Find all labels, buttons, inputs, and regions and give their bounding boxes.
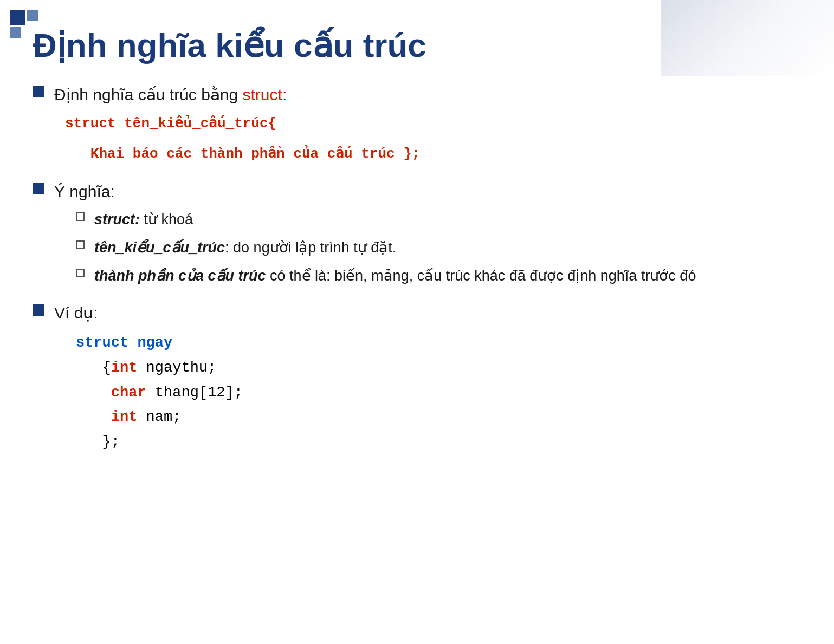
sub-bullets-2: struct: từ khoá tên_kiểu_cấu_trúc: do ng…: [76, 210, 812, 286]
code-line-2: Khai báo các thành phần của cấu trúc };: [65, 143, 812, 166]
ex-char-keyword: char: [111, 385, 146, 401]
bullet-section-3: Ví dụ: struct ngay {int ngaythu; char th…: [33, 302, 812, 455]
ex-brace-open: {: [76, 360, 111, 376]
code-line-1: struct tên_kiểu_cấu_trúc{: [65, 113, 812, 135]
sub-bullet-2-1: struct: từ khoá: [76, 210, 812, 230]
bullet-2-text: Ý nghĩa:: [54, 180, 115, 203]
code-struct-keyword: struct: [65, 115, 116, 132]
ex-brace-close: };: [76, 434, 120, 450]
meaning-name-bold: tên_kiểu_cấu_trúc: [94, 239, 225, 256]
bullet-1-text: Định nghĩa cấu trúc bằng struct:: [54, 83, 287, 106]
sub-bullet-2-3: thành phần của cấu trúc có thể là: biến,…: [76, 266, 812, 287]
bullet-1-text-before: Định nghĩa cấu trúc bằng: [54, 86, 243, 103]
ex-int-1: int: [111, 360, 138, 376]
ex-struct-keyword: struct: [76, 335, 128, 351]
bullet-icon-3: [33, 304, 44, 316]
main-bullet-3: Ví dụ:: [33, 302, 812, 324]
sub-bullet-text-2-1: struct: từ khoá: [94, 210, 193, 230]
sub-bullet-2-2: tên_kiểu_cấu_trúc: do người lập trình tự…: [76, 238, 812, 258]
meaning-struct-bold: struct:: [94, 211, 140, 227]
meaning-struct-normal: từ khoá: [140, 211, 193, 227]
ex-int-indent: [76, 409, 111, 425]
sub-bullet-icon-2-1: [76, 212, 85, 221]
ex-thang: thang[12];: [146, 385, 243, 401]
sub-bullet-icon-2-3: [76, 269, 85, 277]
dark-blue-square-1: [10, 10, 25, 25]
code-struct-body: Khai báo các thành phần của cấu trúc };: [65, 146, 420, 162]
bullet-icon-2: [33, 183, 44, 194]
ex-char-indent: [76, 385, 111, 401]
sub-bullet-text-2-3: thành phần của cấu trúc có thể là: biến,…: [94, 266, 696, 287]
code-blank-line: [65, 135, 812, 143]
example-line-1: struct ngay: [76, 331, 812, 356]
example-line-3: char thang[12];: [76, 381, 812, 406]
bullet-section-2: Ý nghĩa: struct: từ khoá tên_kiểu_cấu_tr…: [33, 180, 812, 286]
bullet-icon-1: [33, 86, 44, 97]
meaning-parts-normal: có thể là: biến, mảng, cấu trúc khác đã …: [266, 268, 696, 284]
example-code-block: struct ngay {int ngaythu; char thang[12]…: [76, 331, 812, 455]
code-block-1: struct tên_kiểu_cấu_trúc{ Khai báo các t…: [65, 113, 812, 165]
main-bullet-1: Định nghĩa cấu trúc bằng struct:: [33, 83, 812, 106]
slide-title: Định nghĩa kiểu cấu trúc: [33, 27, 812, 64]
ex-struct-name: ngay: [137, 335, 172, 351]
bullet-section-1: Định nghĩa cấu trúc bằng struct: struct …: [33, 83, 812, 165]
ex-int-2: int: [111, 409, 138, 425]
main-bullet-2: Ý nghĩa:: [33, 180, 812, 203]
meaning-name-normal: : do người lập trình tự đặt.: [225, 239, 396, 256]
bullet-3-text: Ví dụ:: [54, 302, 98, 324]
ex-space-1: [128, 335, 137, 351]
ex-ngaythu: ngaythu;: [137, 360, 216, 376]
bullet-1-keyword: struct: [243, 86, 282, 103]
example-line-4: int nam;: [76, 405, 812, 430]
light-blue-square-2: [10, 27, 21, 38]
code-struct-name: tên_kiểu_cấu_trúc{: [124, 115, 276, 132]
meaning-parts-bold: thành phần của cấu trúc: [94, 268, 266, 284]
slide: Định nghĩa kiểu cấu trúc Định nghĩa cấu …: [0, 0, 834, 644]
light-blue-square-1: [27, 10, 38, 21]
ex-nam: nam;: [137, 409, 181, 425]
sub-bullet-text-2-2: tên_kiểu_cấu_trúc: do người lập trình tự…: [94, 238, 396, 258]
slide-content: Định nghĩa kiểu cấu trúc Định nghĩa cấu …: [33, 22, 812, 622]
bullet-1-text-after: :: [282, 86, 287, 103]
sub-bullet-icon-2-2: [76, 240, 85, 249]
example-line-2: {int ngaythu;: [76, 356, 812, 381]
example-line-5: };: [76, 430, 812, 455]
